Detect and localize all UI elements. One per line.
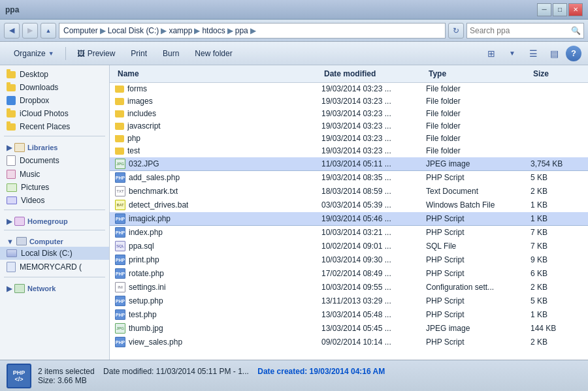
libraries-arrow-icon: ▶ <box>7 144 12 152</box>
file-size: 3,754 KB <box>531 159 583 168</box>
sidebar-item-pictures[interactable]: Pictures <box>0 181 109 194</box>
table-row[interactable]: javascript 19/03/2014 03:23 ... File fol… <box>110 120 588 133</box>
view-details-button[interactable]: ☰ <box>524 44 542 63</box>
jpg-icon: JPG <box>115 159 125 169</box>
table-row[interactable]: BAT detect_drives.bat 03/03/2014 05:39 .… <box>110 198 588 212</box>
sidebar-item-icloud[interactable]: iCloud Photos <box>0 107 109 120</box>
search-bar[interactable]: 🔍 <box>466 23 584 39</box>
file-name: benchmark.txt <box>129 187 178 196</box>
file-date: 10/03/2014 09:55 ... <box>321 283 426 292</box>
file-size: 1 KB <box>531 310 583 319</box>
help-button[interactable]: ? <box>566 46 581 61</box>
table-row[interactable]: forms 19/03/2014 03:23 ... File folder <box>110 83 588 95</box>
table-row[interactable]: PHP print.php 10/03/2014 09:30 ... PHP S… <box>110 253 588 267</box>
print-button[interactable]: Print <box>123 44 154 63</box>
column-type[interactable]: Type <box>426 68 531 80</box>
file-name: view_sales.php <box>129 337 182 347</box>
up-button[interactable]: ▲ <box>41 23 56 39</box>
toolbar-separator-1 <box>65 47 66 60</box>
table-row[interactable]: PHP rotate.php 17/02/2014 08:49 ... PHP … <box>110 267 588 281</box>
table-row[interactable]: TXT benchmark.txt 18/03/2014 08:59 ... T… <box>110 185 588 198</box>
sidebar-homegroup: ▶ Homegroup <box>0 213 109 227</box>
file-type: PHP Script <box>426 337 531 347</box>
sidebar-item-downloads[interactable]: Downloads <box>0 81 109 94</box>
file-name: imagick.php <box>129 214 171 223</box>
column-size[interactable]: Size <box>531 68 583 80</box>
file-type: Configuration sett... <box>426 283 531 292</box>
sidebar-item-dropbox[interactable]: Dropbox <box>0 94 109 107</box>
table-row[interactable]: INI settings.ini 10/03/2014 09:55 ... Co… <box>110 281 588 294</box>
file-name-cell: PHP test.php <box>115 309 321 320</box>
sidebar-item-icloud-label: iCloud Photos <box>20 109 69 118</box>
sidebar-computer: ▼ Computer Local Disk (C:) MEMORYCARD ( <box>0 233 109 274</box>
view-large-button[interactable]: ⊞ <box>482 44 500 63</box>
sidebar-item-documents[interactable]: Documents <box>0 153 109 168</box>
sidebar-item-desktop[interactable]: Desktop <box>0 68 109 81</box>
file-date: 10/02/2014 09:01 ... <box>321 242 426 251</box>
table-row[interactable]: PHP add_sales.php 19/03/2014 08:35 ... P… <box>110 171 588 185</box>
column-name[interactable]: Name <box>115 68 321 80</box>
file-date: 19/03/2014 08:35 ... <box>321 173 426 182</box>
homegroup-arrow-icon: ▶ <box>7 217 12 226</box>
computer-icon <box>16 237 27 245</box>
search-icon: 🔍 <box>571 26 581 35</box>
breadcrumb[interactable]: Computer ▶ Local Disk (C:) ▶ xampp ▶ htd… <box>59 23 446 39</box>
sidebar-item-memorycard[interactable]: MEMORYCARD ( <box>0 260 109 274</box>
view-dropdown-button[interactable]: ▼ <box>503 44 521 63</box>
view-preview-button[interactable]: ▤ <box>545 44 563 63</box>
table-row[interactable]: PHP imagick.php 19/03/2014 05:46 ... PHP… <box>110 212 588 226</box>
table-row[interactable]: includes 19/03/2014 03:23 ... File folde… <box>110 108 588 120</box>
forward-button[interactable]: ▶ <box>22 23 38 39</box>
file-size: 5 KB <box>531 296 583 305</box>
file-name-cell: php <box>115 134 321 143</box>
toolbar: Organize ▼ 🖼 Preview Print Burn New fold… <box>0 42 588 65</box>
file-name-cell: forms <box>115 84 321 93</box>
back-button[interactable]: ◀ <box>4 23 20 39</box>
sidebar-item-recent[interactable]: Recent Places <box>0 120 109 133</box>
sidebar-divider-1 <box>4 136 105 136</box>
file-name-cell: BAT detect_drives.bat <box>115 200 321 210</box>
maximize-button[interactable]: □ <box>553 3 567 16</box>
table-row[interactable]: JPG 032.JPG 11/03/2014 05:11 ... JPEG im… <box>110 157 588 171</box>
sidebar-libraries-label: Libraries <box>27 144 57 151</box>
minimize-button[interactable]: ─ <box>537 3 551 16</box>
table-row[interactable]: PHP view_sales.php 09/02/2014 10:14 ... … <box>110 336 588 349</box>
file-type: File folder <box>426 134 531 143</box>
table-row[interactable]: JPG thumb.jpg 13/03/2014 05:45 ... JPEG … <box>110 322 588 336</box>
column-date[interactable]: Date modified <box>321 68 426 80</box>
sidebar-computer-header[interactable]: ▼ Computer <box>0 233 109 247</box>
file-date: 11/03/2014 05:11 ... <box>321 159 426 168</box>
table-row[interactable]: test 19/03/2014 03:23 ... File folder <box>110 145 588 157</box>
breadcrumb-htdocs[interactable]: htdocs <box>202 26 225 35</box>
table-row[interactable]: SQL ppa.sql 10/02/2014 09:01 ... SQL Fil… <box>110 240 588 253</box>
burn-button[interactable]: Burn <box>155 44 186 63</box>
sidebar-item-music[interactable]: Music <box>0 168 109 181</box>
breadcrumb-computer[interactable]: Computer <box>63 26 98 35</box>
table-row[interactable]: PHP setup.php 13/11/2013 03:29 ... PHP S… <box>110 294 588 308</box>
preview-button[interactable]: 🖼 Preview <box>70 44 123 63</box>
table-row[interactable]: php 19/03/2014 03:23 ... File folder <box>110 133 588 145</box>
file-date: 13/03/2014 05:48 ... <box>321 310 426 319</box>
homegroup-icon <box>14 217 25 226</box>
sidebar-libraries-header[interactable]: ▶ Libraries <box>0 139 109 153</box>
organize-button[interactable]: Organize ▼ <box>7 44 61 63</box>
php-icon: PHP <box>115 296 125 306</box>
sidebar-homegroup-header[interactable]: ▶ Homegroup <box>0 213 109 227</box>
refresh-button[interactable]: ↻ <box>448 23 464 39</box>
sidebar-item-localdisk[interactable]: Local Disk (C:) <box>0 247 109 260</box>
dropbox-icon <box>7 96 16 105</box>
close-button[interactable]: ✕ <box>568 3 583 16</box>
sidebar-item-videos[interactable]: Videos <box>0 194 109 207</box>
breadcrumb-xampp[interactable]: xampp <box>169 26 192 35</box>
breadcrumb-localdisk[interactable]: Local Disk (C:) <box>108 26 159 35</box>
breadcrumb-ppa[interactable]: ppa <box>235 26 248 35</box>
table-row[interactable]: PHP index.php 10/03/2014 03:21 ... PHP S… <box>110 226 588 240</box>
file-size: 6 KB <box>531 269 583 278</box>
table-row[interactable]: PHP test.php 13/03/2014 05:48 ... PHP Sc… <box>110 308 588 322</box>
title-bar-text: ppa <box>5 5 19 14</box>
sidebar-network-header[interactable]: ▶ Network <box>0 280 109 294</box>
table-row[interactable]: images 19/03/2014 03:23 ... File folder <box>110 95 588 108</box>
search-input[interactable] <box>470 26 570 35</box>
file-area: Name Date modified Type Size forms 19/03… <box>110 65 588 360</box>
new-folder-button[interactable]: New folder <box>188 44 239 63</box>
